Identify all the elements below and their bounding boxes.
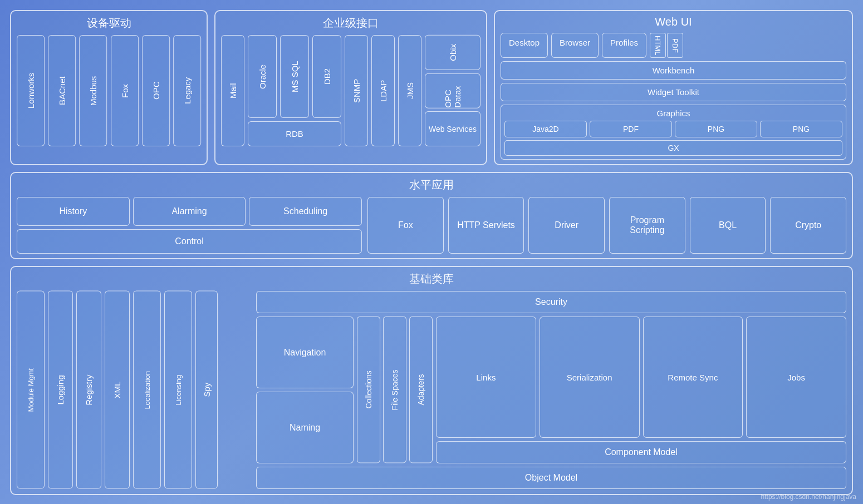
driver-item: Driver	[528, 197, 605, 254]
widget-toolkit-item: Widget Toolkit	[501, 83, 846, 101]
pdf-graphics-item: PDF	[590, 121, 672, 137]
naming-item: Naming	[256, 392, 354, 463]
mssql-item: MS SQL	[280, 35, 309, 118]
watermark: https://blog.csdn.net/hanjingjava	[761, 493, 856, 501]
object-model-item: Object Model	[256, 467, 846, 489]
component-model-item: Component Model	[436, 441, 846, 463]
profiles-item: Profiles	[602, 33, 646, 58]
opc-datax-item: OPC Datax	[425, 73, 480, 108]
nav-naming-group: Navigation Naming	[256, 317, 354, 463]
png2-item: PNG	[760, 121, 842, 137]
links-row: Links Serialization Remote Sync Jobs	[436, 317, 846, 438]
foundation-right: Security Navigation Naming Collections F…	[256, 291, 846, 489]
file-spaces-item: File Spaces	[383, 317, 406, 463]
legacy-item: Legacy	[173, 35, 201, 146]
navigation-item: Navigation	[256, 317, 354, 388]
collections-item: Collections	[357, 317, 380, 463]
fox-dd-item: Fox	[111, 35, 139, 146]
enterprise-right: Obix OPC Datax Web Services	[425, 35, 480, 146]
serialization-item: Serialization	[540, 317, 640, 438]
foundation-left: Module Mgmt Logging Registry XML Localiz…	[17, 291, 251, 489]
web-ui-top-row: Desktop Browser Profiles HTML PDF	[501, 33, 846, 58]
crypto-item: Crypto	[770, 197, 846, 254]
apps-right: Fox HTTP Servlets Driver Program Scripti…	[367, 197, 846, 254]
device-drivers-section: 设备驱动 Lonworks BACnet Modbus Fox OPC Lega…	[10, 10, 208, 165]
gx-item: GX	[504, 140, 842, 156]
localization-item: Localization	[133, 291, 161, 489]
workbench-item: Workbench	[501, 61, 846, 80]
horizontal-apps-section: 水平应用 History Alarming Scheduling Control…	[10, 172, 853, 259]
alarming-item: Alarming	[133, 197, 246, 226]
jobs-item: Jobs	[746, 317, 846, 438]
control-item: Control	[17, 229, 362, 254]
opc-item: OPC	[142, 35, 170, 146]
top-row: 设备驱动 Lonworks BACnet Modbus Fox OPC Lega…	[10, 10, 853, 165]
right-group: Links Serialization Remote Sync Jobs Com…	[436, 317, 846, 463]
collections-group: Collections File Spaces Adapters	[357, 317, 433, 463]
logging-item: Logging	[48, 291, 73, 489]
licensing-item: Licensing	[164, 291, 192, 489]
horizontal-apps-title: 水平应用	[17, 177, 846, 192]
rdb-label: RDB	[248, 121, 341, 146]
bacnet-item: BACnet	[48, 35, 76, 146]
enterprise-interface-title: 企业级接口	[221, 16, 480, 31]
html-item: HTML	[650, 33, 666, 58]
enterprise-inner: Mail Oracle MS SQL DB2 RDB SNMP LDAP JMS…	[221, 35, 480, 146]
http-servlets-item: HTTP Servlets	[448, 197, 524, 254]
rdb-top-items: Oracle MS SQL DB2	[248, 35, 341, 118]
lonworks-item: Lonworks	[17, 35, 45, 146]
apps-left-top: History Alarming Scheduling	[17, 197, 362, 226]
graphics-title: Graphics	[504, 108, 842, 118]
browser-item: Browser	[551, 33, 599, 58]
main-container: 设备驱动 Lonworks BACnet Modbus Fox OPC Lega…	[0, 0, 863, 501]
spy-item: Spy	[195, 291, 218, 489]
xml-item: XML	[105, 291, 130, 489]
desktop-item: Desktop	[501, 33, 548, 58]
mail-item: Mail	[221, 35, 244, 146]
jms-item: JMS	[398, 35, 421, 146]
graphics-items: Java2D PDF PNG PNG	[504, 121, 842, 137]
pdf-top-item: PDF	[667, 33, 683, 58]
security-item: Security	[256, 291, 846, 313]
html-pdf-group: HTML PDF	[650, 33, 683, 58]
module-mgmt-item: Module Mgmt	[17, 291, 45, 489]
foundation-title: 基础类库	[17, 271, 846, 286]
program-scripting-item: Program Scripting	[609, 197, 685, 254]
adapters-item: Adapters	[409, 317, 433, 463]
registry-item: Registry	[76, 291, 101, 489]
web-services-item: Web Services	[425, 111, 480, 146]
remote-sync-item: Remote Sync	[643, 317, 743, 438]
foundation-inner: Module Mgmt Logging Registry XML Localiz…	[17, 291, 846, 489]
device-drivers-title: 设备驱动	[17, 16, 201, 31]
oracle-item: Oracle	[248, 35, 277, 118]
obix-item: Obix	[425, 35, 480, 70]
snmp-item: SNMP	[345, 35, 368, 146]
device-drivers-items: Lonworks BACnet Modbus Fox OPC Legacy	[17, 35, 201, 146]
enterprise-interface-section: 企业级接口 Mail Oracle MS SQL DB2 RDB SNMP LD…	[214, 10, 487, 165]
modbus-item: Modbus	[79, 35, 107, 146]
ldap-item: LDAP	[371, 35, 395, 146]
web-ui-title: Web UI	[501, 16, 846, 28]
fox-app-item: Fox	[367, 197, 444, 254]
rdb-group: Oracle MS SQL DB2 RDB	[248, 35, 341, 146]
web-ui-section: Web UI Desktop Browser Profiles HTML PDF…	[494, 10, 853, 165]
history-item: History	[17, 197, 130, 226]
png1-item: PNG	[675, 121, 757, 137]
links-item: Links	[436, 317, 536, 438]
graphics-section: Graphics Java2D PDF PNG PNG GX	[501, 105, 846, 160]
apps-left: History Alarming Scheduling Control	[17, 197, 362, 254]
db2-item: DB2	[312, 35, 341, 118]
foundation-section: 基础类库 Module Mgmt Logging Registry XML Lo…	[10, 266, 853, 495]
foundation-middle-row: Navigation Naming Collections File Space…	[256, 317, 846, 463]
horizontal-apps-inner: History Alarming Scheduling Control Fox …	[17, 197, 846, 254]
scheduling-item: Scheduling	[249, 197, 362, 226]
java2d-item: Java2D	[504, 121, 587, 137]
bql-item: BQL	[690, 197, 766, 254]
